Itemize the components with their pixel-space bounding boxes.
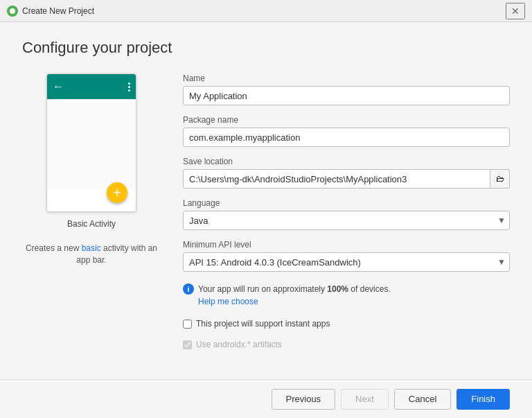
androidx-checkbox (183, 340, 192, 349)
folder-icon: 🗁 (496, 174, 504, 184)
instant-apps-label: This project will support instant apps (196, 319, 330, 329)
footer: Previous Next Cancel Finish (0, 379, 532, 418)
title-bar-text: Create New Project (22, 6, 94, 16)
language-select[interactable]: Java Kotlin (183, 211, 510, 230)
back-icon: ← (53, 80, 64, 93)
right-panel: Name Package name Save location 🗁 (183, 73, 510, 379)
close-button[interactable]: ✕ (506, 3, 525, 19)
dialog-content: Configure your project ← + Basic Activit… (0, 22, 532, 379)
min-api-group: Minimum API level API 15: Android 4.0.3 … (183, 240, 510, 272)
more-icon (128, 82, 130, 92)
page-title: Configure your project (22, 39, 510, 57)
help-me-choose-link[interactable]: Help me choose (198, 297, 258, 306)
language-group: Language Java Kotlin ▼ (183, 198, 510, 230)
min-api-select-wrapper: API 15: Android 4.0.3 (IceCreamSandwich)… (183, 252, 510, 272)
save-location-input[interactable] (183, 169, 490, 189)
next-button[interactable]: Next (341, 389, 389, 410)
phone-toolbar: ← (47, 74, 136, 99)
save-location-label: Save location (183, 157, 510, 166)
name-group: Name (183, 73, 510, 105)
language-select-wrapper: Java Kotlin ▼ (183, 211, 510, 230)
main-area: ← + Basic Activity Creates a new basic a… (22, 73, 510, 379)
api-info-row: i Your app will run on approximately 100… (183, 283, 510, 308)
androidx-row: Use androidx.* artifacts (183, 340, 510, 349)
save-location-input-row: 🗁 (183, 169, 510, 189)
name-input[interactable] (183, 86, 510, 105)
title-bar-left: Create New Project (7, 6, 94, 17)
fab-button: + (107, 182, 127, 203)
instant-apps-checkbox[interactable] (183, 320, 192, 329)
previous-button[interactable]: Previous (272, 389, 336, 410)
info-icon: i (183, 284, 194, 295)
min-api-label: Minimum API level (183, 240, 510, 250)
app-icon (7, 6, 18, 17)
finish-button[interactable]: Finish (456, 389, 510, 410)
cancel-button[interactable]: Cancel (394, 389, 451, 410)
package-group: Package name (183, 115, 510, 147)
left-panel: ← + Basic Activity Creates a new basic a… (22, 73, 161, 379)
save-location-group: Save location 🗁 (183, 157, 510, 189)
api-info-text: Your app will run on approximately 100% … (198, 283, 391, 308)
title-bar: Create New Project ✕ (0, 0, 532, 22)
instant-apps-row: This project will support instant apps (183, 319, 510, 329)
description-text: Creates a new basic activity with an app… (22, 243, 161, 266)
package-input[interactable] (183, 128, 510, 147)
phone-preview: ← + (46, 73, 136, 212)
language-label: Language (183, 198, 510, 208)
min-api-select[interactable]: API 15: Android 4.0.3 (IceCreamSandwich)… (183, 252, 510, 272)
browse-button[interactable]: 🗁 (490, 169, 510, 189)
basic-link[interactable]: basic (82, 243, 101, 253)
activity-label: Basic Activity (67, 219, 116, 229)
androidx-label: Use androidx.* artifacts (196, 340, 282, 349)
name-label: Name (183, 73, 510, 83)
phone-body (47, 99, 136, 189)
package-label: Package name (183, 115, 510, 125)
